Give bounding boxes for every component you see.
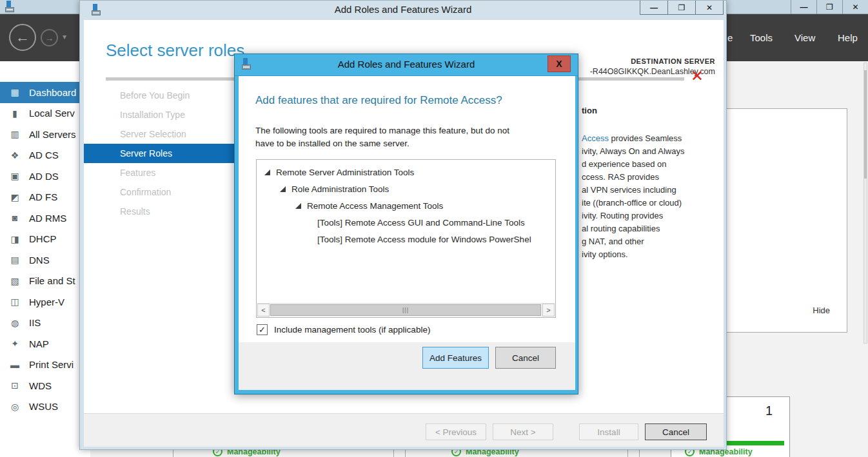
menu-view[interactable]: View xyxy=(794,14,815,61)
sidebar-item-dhcp[interactable]: ◨DHCP xyxy=(0,229,90,250)
destination-server-label: DESTINATION SERVER xyxy=(590,57,715,65)
step-confirmation[interactable]: Confirmation xyxy=(84,182,239,202)
cancel-button[interactable]: Cancel xyxy=(645,423,707,440)
step-installation-type[interactable]: Installation Type xyxy=(84,105,239,124)
tree-item[interactable]: Role Administration Tools xyxy=(257,180,555,197)
tree-item-label: [Tools] Remote Access GUI and Command-Li… xyxy=(317,218,525,228)
sidebar-item-ad-ds[interactable]: ▣AD DS xyxy=(0,166,90,187)
server-manager-icon xyxy=(91,4,104,17)
description-line: ivity options. xyxy=(582,248,684,261)
step-server-selection[interactable]: Server Selection xyxy=(84,124,239,144)
step-before-you-begin[interactable]: Before You Begin xyxy=(84,86,239,105)
sidebar-item-file-storage[interactable]: ▧File and St xyxy=(0,271,90,292)
wizard-window-controls: — ❐ ✕ xyxy=(640,1,724,15)
tile-border xyxy=(173,450,173,457)
wizard-steps: Before You Begin Installation Type Serve… xyxy=(84,86,239,221)
remote-access-link[interactable]: Access xyxy=(582,133,609,143)
tree-item-label: Remote Server Administration Tools xyxy=(276,168,414,177)
step-features[interactable]: Features xyxy=(84,163,239,182)
scrollbar-thumb[interactable] xyxy=(864,70,867,179)
maximize-icon[interactable]: ❐ xyxy=(816,0,842,14)
wizard-title: Add Roles and Features Wizard xyxy=(80,1,726,20)
install-button[interactable]: Install xyxy=(579,423,638,440)
ad-fs-icon: ◩ xyxy=(8,192,21,202)
sidebar-item-label: WDS xyxy=(29,380,52,391)
dialog-description-line: The following tools are required to mana… xyxy=(255,124,509,137)
vertical-scrollbar[interactable] xyxy=(863,63,867,344)
sidebar-item-ad-fs[interactable]: ◩AD FS xyxy=(0,187,90,208)
tree-item[interactable]: Remote Server Administration Tools xyxy=(257,164,555,180)
previous-button[interactable]: < Previous xyxy=(426,423,486,440)
maximize-icon[interactable]: ❐ xyxy=(667,1,696,15)
tree-expander-icon[interactable] xyxy=(295,203,301,209)
hide-button[interactable]: Hide xyxy=(813,306,830,315)
close-icon[interactable]: X xyxy=(547,55,571,72)
menu-manage-fragment[interactable]: e xyxy=(727,14,733,61)
tile-border xyxy=(627,450,628,457)
tree-expander-icon[interactable] xyxy=(264,170,270,175)
description-line: al routing capabilities xyxy=(582,222,684,235)
nap-icon: ✦ xyxy=(8,338,21,349)
sidebar-item-label: DNS xyxy=(29,255,50,266)
menu-help[interactable]: Help xyxy=(838,14,858,61)
add-features-button[interactable]: Add Features xyxy=(422,347,489,369)
close-icon[interactable]: ✕ xyxy=(695,1,724,15)
tree-expander-icon[interactable] xyxy=(280,186,286,192)
dialog-heading: Add features that are required for Remot… xyxy=(255,94,502,107)
description-line: al VPN services including xyxy=(582,184,684,197)
sidebar-item-all-servers[interactable]: ▥All Servers xyxy=(0,124,90,145)
scrollbar-thumb[interactable]: ||| xyxy=(270,304,541,316)
sidebar-item-label: Print Servi xyxy=(29,359,74,370)
sidebar-item-label: AD CS xyxy=(29,150,59,160)
cancel-button[interactable]: Cancel xyxy=(495,347,556,369)
next-button[interactable]: Next > xyxy=(493,423,553,440)
sidebar-item-print-services[interactable]: ▬Print Servi xyxy=(0,355,90,376)
sidebar-item-dns[interactable]: ▤DNS xyxy=(0,249,90,271)
print-services-icon: ▬ xyxy=(8,360,21,370)
dialog-description: The following tools are required to mana… xyxy=(255,124,509,150)
checkbox-checked-icon[interactable]: ✓ xyxy=(257,324,268,335)
back-icon[interactable]: ← xyxy=(9,24,36,51)
minimize-icon[interactable]: — xyxy=(640,1,668,15)
sidebar-item-wds[interactable]: ⊡WDS xyxy=(0,375,90,396)
sidebar-item-label: DHCP xyxy=(29,233,57,244)
forward-icon[interactable]: → xyxy=(41,29,58,46)
iis-icon: ◍ xyxy=(8,318,21,328)
ad-rms-icon: ◙ xyxy=(8,213,21,223)
features-tree: Remote Server Administration Tools Role … xyxy=(256,159,556,318)
sidebar-item-iis[interactable]: ◍IIS xyxy=(0,313,90,334)
close-icon[interactable]: ✕ xyxy=(842,0,868,14)
sidebar-item-ad-rms[interactable]: ◙AD RMS xyxy=(0,208,90,229)
include-management-tools-row[interactable]: ✓ Include management tools (if applicabl… xyxy=(257,324,430,335)
step-server-roles[interactable]: Server Roles xyxy=(84,144,239,163)
tree-item-label: [Tools] Remote Access module for Windows… xyxy=(317,235,531,244)
server-manager-icon xyxy=(241,58,254,71)
all-servers-icon: ▥ xyxy=(8,129,21,139)
dashboard-icon: ▦ xyxy=(8,87,21,97)
tree-item[interactable]: Remote Access Management Tools xyxy=(257,197,555,214)
minimize-icon[interactable]: — xyxy=(791,0,816,14)
horizontal-scrollbar[interactable]: < ||| > xyxy=(257,303,555,316)
add-features-dialog: Add Roles and Features Wizard X Add feat… xyxy=(234,53,578,394)
checkbox-label: Include management tools (if applicable) xyxy=(274,325,430,335)
description-heading-fragment: tion xyxy=(582,106,597,115)
tree-item[interactable]: [Tools] Remote Access module for Windows… xyxy=(257,231,555,248)
sidebar-item-wsus[interactable]: ◎WSUS xyxy=(0,396,90,418)
scroll-right-icon[interactable]: > xyxy=(542,304,555,316)
sidebar-item-hyper-v[interactable]: ◫Hyper-V xyxy=(0,291,90,313)
nav-dropdown-caret-icon[interactable]: ▾ xyxy=(63,32,66,41)
sidebar-item-ad-cs[interactable]: ❖AD CS xyxy=(0,145,90,166)
sidebar-item-nap[interactable]: ✦NAP xyxy=(0,333,90,355)
sidebar: ▦Dashboard ▮Local Serv ▥All Servers ❖AD … xyxy=(0,61,90,457)
scroll-left-icon[interactable]: < xyxy=(257,304,270,316)
sidebar-item-local-server[interactable]: ▮Local Serv xyxy=(0,103,90,124)
dialog-title: Add Roles and Features Wizard xyxy=(235,54,578,76)
sidebar-item-dashboard[interactable]: ▦Dashboard xyxy=(0,82,90,103)
tree-item-label: Remote Access Management Tools xyxy=(307,201,443,211)
menu-tools[interactable]: Tools xyxy=(750,14,773,61)
step-results[interactable]: Results xyxy=(84,202,239,221)
sidebar-item-label: AD DS xyxy=(29,171,59,182)
tree-item[interactable]: [Tools] Remote Access GUI and Command-Li… xyxy=(257,214,555,231)
role-description-text: Access provides Seamless ivity, Always O… xyxy=(582,132,684,261)
ad-cs-icon: ❖ xyxy=(8,150,21,160)
